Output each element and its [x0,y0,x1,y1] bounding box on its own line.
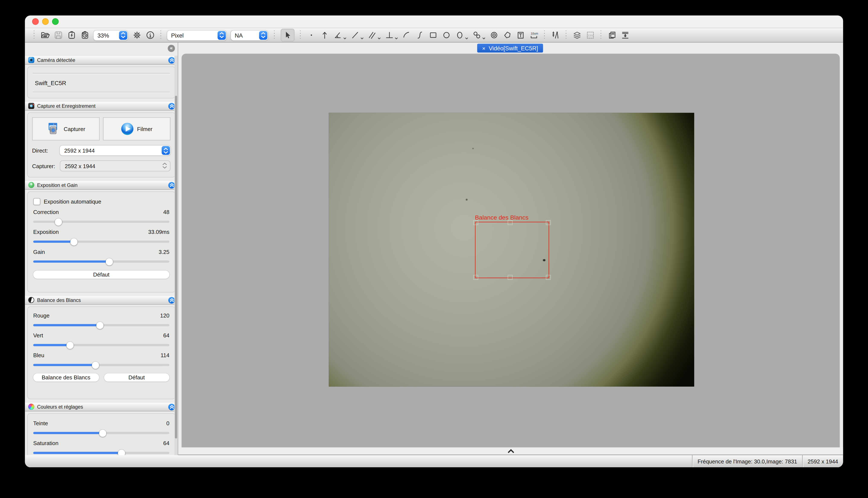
tab-video[interactable]: × Vidéo[Swift_EC5R] [477,44,543,52]
collapse-panel-button[interactable] [168,182,175,188]
layers-button[interactable] [572,29,582,41]
roi-handle[interactable] [473,275,478,280]
white-balance-roi-rect[interactable] [475,222,549,278]
sidebar-scrollbar[interactable] [174,56,178,455]
white-balance-default-button[interactable]: Défaut [104,373,169,381]
arc-tool-icon [401,30,411,40]
panel-header-exposure[interactable]: Exposition et Gain [25,180,178,190]
timed-capture-button[interactable] [80,29,89,41]
open-folder-icon [40,30,50,40]
text-tool-button[interactable] [515,29,525,41]
double-chevron-up-icon [169,405,174,409]
info-button[interactable] [145,29,155,41]
arrow-tool-button[interactable] [320,29,329,41]
collapse-panel-button[interactable] [168,103,175,109]
stepper-icon [119,31,127,39]
parallel-lines-tool-button[interactable] [367,29,381,41]
collapse-panel-button[interactable] [168,57,175,63]
close-window-button[interactable] [32,18,39,25]
zoom-window-button[interactable] [52,18,59,25]
frame-info-status: Fréquence de l'Image: 30.0,Image: 7831 [692,455,802,467]
gear-icon [132,30,141,40]
saturation-slider[interactable] [33,448,169,455]
na-select[interactable]: NA [231,30,268,40]
white-balance-card: Rouge 120 Vert 64 Bleu 114 [27,306,176,399]
export-button[interactable] [620,29,630,41]
open-button[interactable] [40,29,50,41]
panel-header-camera[interactable]: Caméra détectée [25,55,178,65]
arc-tool-button[interactable] [401,29,411,41]
sidebar: « Caméra détectée Swift_EC5R Capture et … [25,43,178,455]
color-wheel-icon [28,404,34,410]
close-tab-icon[interactable]: × [482,45,485,51]
sidebar-collapse-button[interactable]: « [168,45,175,52]
ellipse-tool-button[interactable] [455,29,468,41]
blue-value: 114 [161,352,169,358]
measure-button[interactable] [551,29,560,41]
video-canvas[interactable]: Balance des Blancs [181,54,840,447]
dust-speck [465,198,468,200]
hue-slider[interactable] [33,428,169,438]
hue-label: Teinte [33,420,48,426]
exposure-card: Exposition automatique Correction 48 Exp… [27,192,176,292]
red-slider[interactable] [33,320,169,330]
roi-handle[interactable] [508,275,513,280]
tab-bar: × Vidéo[Swift_EC5R] [178,43,843,54]
line-tool-button[interactable] [350,29,363,41]
exposure-slider[interactable] [33,237,169,247]
quick-capture-button[interactable] [67,29,76,41]
angle-tool-button[interactable] [333,29,346,41]
export-icon [620,30,630,40]
roi-handle[interactable] [473,220,478,225]
rectangle-tool-button[interactable] [428,29,438,41]
camera-list-item[interactable]: Swift_EC5R [33,73,170,92]
cursor-tool-button[interactable] [280,29,294,42]
roi-handle[interactable] [508,220,513,225]
minimize-window-button[interactable] [42,18,49,25]
collapse-panel-button[interactable] [168,404,175,410]
concentric-circles-tool-button[interactable] [489,29,498,41]
curve-tool-button[interactable] [415,29,424,41]
record-video-button[interactable]: Filmer [103,117,170,140]
copy-button[interactable] [607,29,616,41]
live-video-frame[interactable]: Balance des Blancs [329,113,694,386]
correction-slider[interactable] [33,217,169,227]
capture-photo-button[interactable]: Capturer [32,117,100,140]
zoom-level-select[interactable]: 33% [93,30,128,40]
csv-export-button[interactable]: CSV [585,29,595,41]
auto-exposure-checkbox[interactable] [33,198,41,205]
polygon-tool-button[interactable] [502,29,512,41]
green-slider[interactable] [33,340,169,350]
settings-button[interactable] [132,29,141,41]
panel-header-capture[interactable]: Capture et Enregistrement [25,101,178,110]
panel-title: Exposition et Gain [37,182,168,188]
saturation-label: Saturation [33,440,59,446]
csv-icon: CSV [585,30,595,40]
unit-select[interactable]: Pixel [167,30,226,40]
camera-list-card: Swift_EC5R [27,66,176,99]
panel-header-white-balance[interactable]: Balance des Blancs [25,295,178,305]
capture-resolution-select[interactable]: 2592 x 1944 [60,160,170,172]
annulus-tool-button[interactable] [472,29,485,41]
scalebar-tool-button[interactable]: 10um [529,29,538,41]
save-button[interactable] [53,29,63,41]
gain-value: 3.25 [159,249,169,255]
circle-tool-button[interactable] [442,29,451,41]
exposure-default-button[interactable]: Défaut [33,270,169,279]
curve-tool-icon [415,30,424,40]
bottom-panel-toggle[interactable] [178,447,843,455]
roi-handle[interactable] [546,275,551,280]
point-tool-button[interactable] [306,29,316,41]
panel-header-colors[interactable]: Couleurs et réglages [25,402,178,411]
perpendicular-tool-button[interactable] [384,29,398,41]
scrollbar-thumb[interactable] [175,95,177,438]
text-tool-icon [515,30,525,40]
title-bar[interactable] [25,16,843,28]
record-video-label: Filmer [137,126,153,132]
direct-resolution-select[interactable]: 2592 x 1944 [60,145,170,156]
roi-handle[interactable] [546,220,551,225]
blue-slider[interactable] [33,360,169,370]
collapse-panel-button[interactable] [168,297,175,303]
gain-slider[interactable] [33,257,169,267]
white-balance-button[interactable]: Balance des Blancs [33,373,99,381]
